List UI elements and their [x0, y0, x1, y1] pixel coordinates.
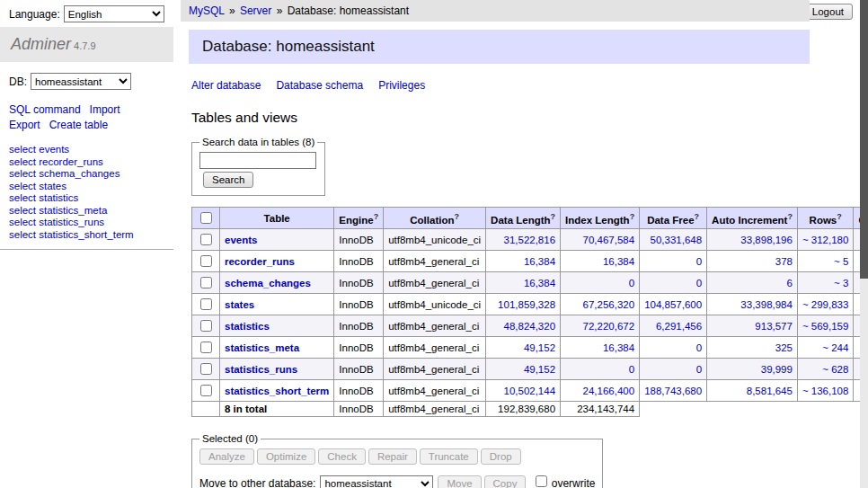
sidebar-action-export[interactable]: Export	[9, 119, 40, 131]
breadcrumb-server[interactable]: Server	[240, 4, 271, 17]
sidebar-link-select-schema-changes[interactable]: select schema_changes	[9, 168, 120, 179]
cell-index-length-link-statistics_runs[interactable]: 0	[629, 364, 634, 375]
help-link-data-length[interactable]: ?	[551, 212, 556, 221]
sidebar-action-sql-command[interactable]: SQL command	[9, 103, 81, 116]
row-checkbox-states[interactable]	[200, 298, 212, 310]
cell-data-length-link-statistics_runs[interactable]: 49,152	[524, 364, 555, 375]
app-logo[interactable]: Adminer4.7.9	[0, 27, 173, 62]
truncate-button[interactable]: Truncate	[420, 448, 478, 465]
optimize-button[interactable]: Optimize	[257, 448, 315, 465]
row-checkbox-statistics_runs[interactable]	[200, 363, 212, 375]
sidebar-link-select-statistics-meta[interactable]: select statistics_meta	[9, 205, 107, 216]
cell-index-length-link-schema_changes[interactable]: 0	[629, 278, 634, 288]
table-link-schema_changes[interactable]: schema_changes	[225, 278, 311, 288]
cell-data-free-link-schema_changes[interactable]: 0	[696, 278, 702, 288]
nav-link-database-schema[interactable]: Database schema	[276, 79, 363, 92]
cell-auto-increment-link-statistics_meta[interactable]: 325	[775, 342, 793, 353]
cell-auto-increment-link-events[interactable]: 33,898,196	[740, 235, 793, 245]
cell-data-length-link-statistics_meta[interactable]: 49,152	[524, 342, 555, 353]
cell-data-length-link-states[interactable]: 101,859,328	[498, 299, 555, 310]
overwrite-label[interactable]: overwrite	[552, 477, 596, 488]
analyze-button[interactable]: Analyze	[199, 448, 254, 465]
cell-index-length-link-statistics[interactable]: 72,220,672	[583, 321, 635, 332]
cell-index-length-link-recorder_runs[interactable]: 16,384	[603, 256, 634, 267]
sidebar-link-select-statistics-short-term[interactable]: select statistics_short_term	[9, 229, 134, 240]
cell-data-length-link-recorder_runs[interactable]: 16,384	[524, 256, 555, 267]
row-checkbox-statistics_short_term[interactable]	[200, 385, 212, 396]
cell-data-length-link-schema_changes[interactable]: 16,384	[524, 278, 555, 288]
search-button[interactable]: Search	[203, 172, 253, 188]
breadcrumb-mysql[interactable]: MySQL	[189, 4, 225, 17]
table-link-statistics_short_term[interactable]: statistics_short_term	[225, 386, 329, 396]
cell-rows-link-recorder_runs[interactable]: ~ 5	[834, 256, 848, 267]
cell-index-length-link-statistics_meta[interactable]: 16,384	[603, 342, 634, 353]
sidebar-link-select-events[interactable]: select events	[9, 144, 69, 155]
select-all-checkbox[interactable]	[200, 212, 212, 224]
cell-data-free-link-recorder_runs[interactable]: 0	[696, 256, 702, 267]
table-link-recorder_runs[interactable]: recorder_runs	[225, 256, 295, 267]
help-link-collation[interactable]: ?	[454, 212, 459, 221]
row-checkbox-events[interactable]	[200, 234, 212, 245]
sidebar-link-select-statistics-runs[interactable]: select statistics_runs	[9, 217, 104, 227]
cell-auto-increment-link-statistics[interactable]: 913,577	[755, 321, 793, 332]
scrollbar-thumb[interactable]	[860, 0, 868, 279]
cell-data-free-link-statistics_short_term[interactable]: 188,743,680	[644, 386, 702, 396]
repair-button[interactable]: Repair	[368, 448, 417, 465]
language-select[interactable]: English	[64, 5, 164, 22]
table-link-statistics_meta[interactable]: statistics_meta	[225, 342, 299, 353]
sidebar-link-select-recorder-runs[interactable]: select recorder_runs	[9, 156, 103, 167]
cell-rows-link-schema_changes[interactable]: ~ 3	[834, 278, 848, 288]
sidebar-action-import[interactable]: Import	[90, 103, 120, 116]
move-db-select[interactable]: homeassistant	[320, 475, 433, 488]
cell-data-length-link-statistics[interactable]: 48,824,320	[504, 321, 556, 332]
nav-link-alter-database[interactable]: Alter database	[191, 79, 261, 92]
table-link-statistics_runs[interactable]: statistics_runs	[225, 364, 297, 375]
cell-rows-link-events[interactable]: ~ 312,180	[802, 235, 848, 245]
help-link-rows[interactable]: ?	[837, 212, 842, 221]
cell-auto-increment-link-states[interactable]: 33,398,984	[740, 299, 793, 310]
row-checkbox-statistics[interactable]	[200, 320, 212, 332]
cell-rows-link-statistics[interactable]: ~ 569,159	[802, 321, 848, 332]
table-link-statistics[interactable]: statistics	[225, 321, 270, 332]
help-link-index-length[interactable]: ?	[630, 212, 635, 221]
cell-index-length-link-states[interactable]: 67,256,320	[583, 299, 635, 310]
cell-rows-link-states[interactable]: ~ 299,833	[802, 299, 848, 310]
cell-auto-increment-link-statistics_short_term[interactable]: 8,581,645	[747, 386, 793, 396]
cell-auto-increment-link-schema_changes[interactable]: 6	[787, 278, 793, 288]
cell-data-free-link-statistics_meta[interactable]: 0	[696, 342, 702, 353]
cell-data-free-link-events[interactable]: 50,331,648	[651, 235, 703, 245]
search-input[interactable]	[199, 152, 316, 169]
cell-rows-link-statistics_short_term[interactable]: ~ 136,108	[802, 386, 848, 396]
cell-data-length-link-events[interactable]: 31,522,816	[504, 235, 556, 245]
sidebar-action-create-table[interactable]: Create table	[49, 119, 108, 131]
logout-button[interactable]: Logout	[803, 4, 853, 20]
help-link-data-free[interactable]: ?	[695, 212, 700, 221]
row-checkbox-statistics_meta[interactable]	[200, 342, 212, 353]
cell-index-length-link-events[interactable]: 70,467,584	[583, 235, 635, 245]
scrollbar[interactable]	[860, 0, 868, 488]
cell-auto-increment-link-recorder_runs[interactable]: 378	[775, 256, 793, 267]
table-link-events[interactable]: events	[225, 235, 257, 245]
nav-link-privileges[interactable]: Privileges	[378, 79, 425, 92]
cell-data-length-link-statistics_short_term[interactable]: 10,502,144	[504, 386, 556, 396]
cell-auto-increment-link-statistics_runs[interactable]: 39,999	[761, 364, 793, 375]
help-link-auto-increment[interactable]: ?	[787, 212, 793, 221]
sidebar-link-select-statistics[interactable]: select statistics	[9, 192, 78, 203]
cell-index-length-link-statistics_short_term[interactable]: 24,166,400	[583, 386, 635, 396]
help-link-engine[interactable]: ?	[374, 212, 379, 221]
cell-data-free-link-states[interactable]: 104,857,600	[644, 299, 702, 310]
cell-data-free-link-statistics[interactable]: 6,291,456	[656, 321, 702, 332]
table-link-states[interactable]: states	[225, 299, 254, 310]
copy-button[interactable]: Copy	[484, 475, 527, 488]
sidebar-link-select-states[interactable]: select states	[9, 181, 66, 191]
drop-button[interactable]: Drop	[481, 448, 521, 465]
cell-data-free-link-statistics_runs[interactable]: 0	[696, 364, 702, 375]
overwrite-checkbox[interactable]	[536, 475, 547, 487]
check-button[interactable]: Check	[318, 448, 366, 465]
cell-rows-link-statistics_meta[interactable]: ~ 244	[822, 342, 848, 353]
move-button[interactable]: Move	[438, 475, 481, 488]
row-checkbox-schema_changes[interactable]	[200, 277, 212, 288]
row-checkbox-recorder_runs[interactable]	[200, 255, 212, 267]
db-select[interactable]: homeassistant	[31, 73, 131, 90]
cell-rows-link-statistics_runs[interactable]: ~ 628	[822, 364, 848, 375]
